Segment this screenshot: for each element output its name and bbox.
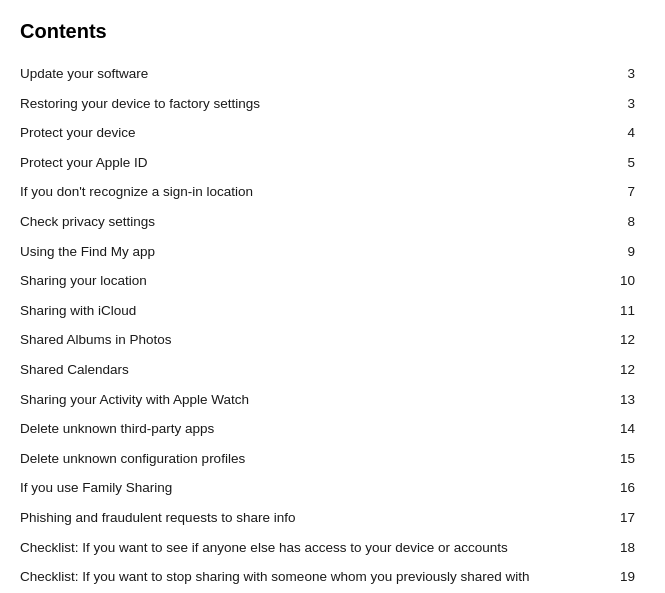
toc-item-page: 16 bbox=[615, 480, 635, 495]
toc-item-page: 14 bbox=[615, 421, 635, 436]
toc-item-label: Restoring your device to factory setting… bbox=[20, 93, 615, 115]
toc-item-label: Delete unknown configuration profiles bbox=[20, 448, 615, 470]
toc-item-page: 10 bbox=[615, 273, 635, 288]
toc-row: Check privacy settings8 bbox=[20, 207, 635, 237]
page-title: Contents bbox=[20, 20, 635, 43]
toc-row: Using the Find My app9 bbox=[20, 237, 635, 267]
toc-row: Shared Calendars12 bbox=[20, 355, 635, 385]
toc-item-page: 13 bbox=[615, 392, 635, 407]
toc-item-label: Checklist: If you want to stop sharing w… bbox=[20, 566, 615, 588]
toc-row: Protect your Apple ID5 bbox=[20, 148, 635, 178]
toc-row: Sharing with iCloud11 bbox=[20, 296, 635, 326]
toc-item-page: 12 bbox=[615, 332, 635, 347]
toc-row: Delete unknown configuration profiles15 bbox=[20, 444, 635, 474]
toc-item-label: Phishing and fraudulent requests to shar… bbox=[20, 507, 615, 529]
toc-item-page: 11 bbox=[615, 303, 635, 318]
toc-item-label: Shared Calendars bbox=[20, 359, 615, 381]
toc-item-label: Checklist: If you want to see if anyone … bbox=[20, 537, 615, 559]
toc-item-page: 4 bbox=[615, 125, 635, 140]
toc-item-page: 8 bbox=[615, 214, 635, 229]
toc-row: Checklist: If you want to stop sharing w… bbox=[20, 562, 635, 592]
toc-row: Delete unknown third-party apps14 bbox=[20, 414, 635, 444]
toc-row: Restoring your device to factory setting… bbox=[20, 89, 635, 119]
toc-row: Checklist: If you want to see if anyone … bbox=[20, 533, 635, 563]
toc-item-page: 19 bbox=[615, 569, 635, 584]
toc-item-label: Using the Find My app bbox=[20, 241, 615, 263]
toc-item-label: If you use Family Sharing bbox=[20, 477, 615, 499]
toc-row: Sharing your location10 bbox=[20, 266, 635, 296]
toc-item-label: Protect your Apple ID bbox=[20, 152, 615, 174]
toc-item-page: 18 bbox=[615, 540, 635, 555]
toc-item-page: 5 bbox=[615, 155, 635, 170]
toc-item-label: Update your software bbox=[20, 63, 615, 85]
toc-item-page: 7 bbox=[615, 184, 635, 199]
toc-item-page: 9 bbox=[615, 244, 635, 259]
toc-item-label: Delete unknown third-party apps bbox=[20, 418, 615, 440]
toc-item-label: Sharing your Activity with Apple Watch bbox=[20, 389, 615, 411]
toc-item-label: Sharing with iCloud bbox=[20, 300, 615, 322]
toc-list: Update your software3Restoring your devi… bbox=[20, 59, 635, 593]
toc-row: Update your software3 bbox=[20, 59, 635, 89]
toc-item-label: Shared Albums in Photos bbox=[20, 329, 615, 351]
toc-item-page: 15 bbox=[615, 451, 635, 466]
toc-item-page: 12 bbox=[615, 362, 635, 377]
toc-row: Shared Albums in Photos12 bbox=[20, 325, 635, 355]
toc-item-page: 17 bbox=[615, 510, 635, 525]
toc-row: Phishing and fraudulent requests to shar… bbox=[20, 503, 635, 533]
toc-item-label: Protect your device bbox=[20, 122, 615, 144]
toc-row: Protect your device4 bbox=[20, 118, 635, 148]
toc-item-label: Sharing your location bbox=[20, 270, 615, 292]
toc-item-label: Check privacy settings bbox=[20, 211, 615, 233]
toc-item-page: 3 bbox=[615, 96, 635, 111]
toc-row: If you use Family Sharing16 bbox=[20, 473, 635, 503]
toc-item-page: 3 bbox=[615, 66, 635, 81]
toc-item-label: If you don't recognize a sign-in locatio… bbox=[20, 181, 615, 203]
toc-row: If you don't recognize a sign-in locatio… bbox=[20, 177, 635, 207]
toc-row: Sharing your Activity with Apple Watch13 bbox=[20, 385, 635, 415]
